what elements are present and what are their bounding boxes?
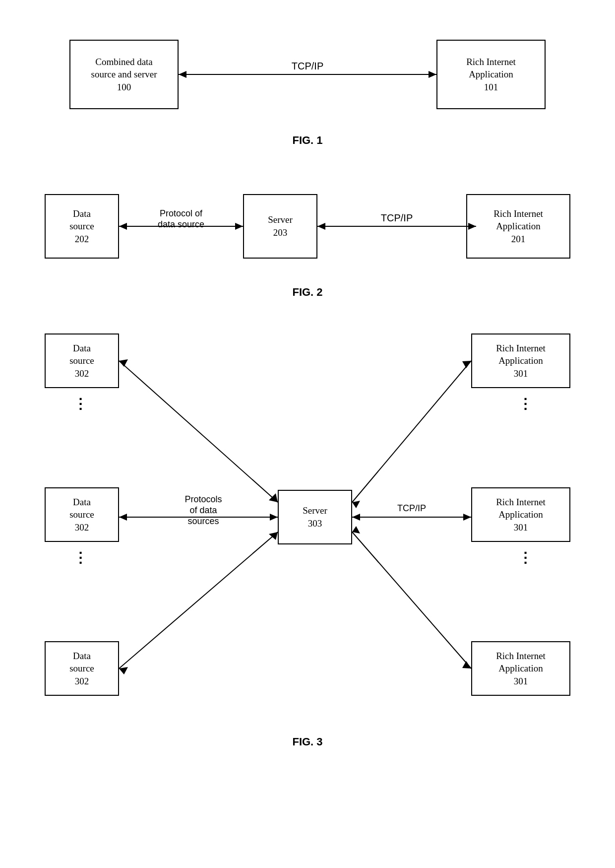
svg-marker-10	[317, 223, 325, 230]
svg-line-31	[352, 532, 471, 668]
svg-text:TCP/IP: TCP/IP	[397, 503, 426, 513]
fig3-dots-left-top: ⋮	[73, 396, 88, 412]
svg-marker-32	[462, 661, 471, 668]
fig2-left-label: Data source 202	[69, 207, 94, 246]
fig3-ria-mid-label: Rich Internet Application 301	[496, 496, 546, 534]
fig2-label: FIG. 2	[292, 286, 322, 299]
svg-text:sources: sources	[187, 516, 219, 526]
fig2-ria-box: Rich Internet Application 201	[466, 194, 570, 259]
fig3-ds-mid-label: Data source 302	[69, 496, 94, 534]
svg-marker-33	[352, 526, 360, 534]
svg-text:Protocols: Protocols	[184, 494, 222, 504]
svg-line-19	[119, 532, 278, 668]
fig3-ds-bot-label: Data source 302	[69, 650, 94, 688]
fig3-ria-top-label: Rich Internet Application 301	[496, 342, 546, 380]
fig3-dots-right-bot: ⋮	[518, 549, 533, 566]
fig1-right-label: Rich Internet Application 101	[466, 56, 516, 94]
svg-marker-5	[119, 223, 127, 230]
svg-marker-6	[235, 223, 243, 230]
fig3-label: FIG. 3	[292, 735, 322, 748]
fig3-diagram: Data source 302 ⋮ Data source 302 ⋮ Data…	[30, 324, 585, 731]
page: Combined data source and server 100 Rich…	[0, 0, 615, 793]
fig3-dots-right-top: ⋮	[518, 396, 533, 412]
svg-text:Protocol of: Protocol of	[160, 208, 203, 218]
svg-text:of data: of data	[189, 505, 217, 515]
fig3-ria-bot-label: Rich Internet Application 301	[496, 650, 546, 688]
fig2-server-box: Server 203	[243, 194, 317, 259]
svg-line-13	[119, 361, 278, 502]
fig3-ria-top-box: Rich Internet Application 301	[471, 334, 570, 388]
fig3-ds-top-label: Data source 302	[69, 342, 94, 380]
svg-text:data source: data source	[158, 219, 204, 229]
svg-text:TCP/IP: TCP/IP	[381, 212, 413, 223]
fig2-datasource-box: Data source 202	[45, 194, 119, 259]
svg-marker-30	[463, 514, 471, 521]
svg-marker-15	[119, 359, 128, 367]
fig3-datasource-top-box: Data source 302	[45, 334, 119, 388]
fig3-server-box: Server 303	[278, 490, 352, 544]
svg-marker-26	[462, 361, 471, 368]
svg-marker-17	[119, 514, 127, 521]
figure-1-section: Combined data source and server 100 Rich…	[30, 20, 585, 147]
fig2-diagram: Data source 202 Server 203 Rich Internet…	[30, 172, 585, 281]
svg-marker-21	[119, 667, 128, 674]
figure-2-section: Data source 202 Server 203 Rich Internet…	[30, 172, 585, 299]
fig3-dots-left-bot: ⋮	[73, 549, 88, 566]
fig3-server-label: Server 303	[303, 504, 327, 530]
figure-3-section: Data source 302 ⋮ Data source 302 ⋮ Data…	[30, 324, 585, 748]
fig3-datasource-bot-box: Data source 302	[45, 641, 119, 696]
fig1-ria-box: Rich Internet Application 101	[436, 40, 546, 109]
fig2-right-label: Rich Internet Application 201	[493, 207, 543, 246]
fig3-ria-bot-box: Rich Internet Application 301	[471, 641, 570, 696]
svg-text:TCP/IP: TCP/IP	[292, 61, 323, 71]
fig3-datasource-mid-box: Data source 302	[45, 487, 119, 542]
svg-line-25	[352, 361, 471, 502]
fig3-ria-mid-box: Rich Internet Application 301	[471, 487, 570, 542]
svg-marker-2	[429, 71, 436, 78]
fig1-left-label: Combined data source and server 100	[91, 56, 157, 94]
fig1-diagram: Combined data source and server 100 Rich…	[30, 20, 585, 129]
svg-marker-1	[179, 71, 186, 78]
fig2-mid-label: Server 203	[268, 213, 293, 239]
svg-marker-20	[269, 532, 278, 540]
svg-marker-14	[269, 493, 278, 502]
fig1-combined-data-box: Combined data source and server 100	[69, 40, 179, 109]
svg-marker-18	[270, 514, 278, 521]
fig1-label: FIG. 1	[292, 134, 322, 147]
svg-marker-29	[352, 514, 360, 521]
svg-marker-27	[352, 501, 360, 508]
